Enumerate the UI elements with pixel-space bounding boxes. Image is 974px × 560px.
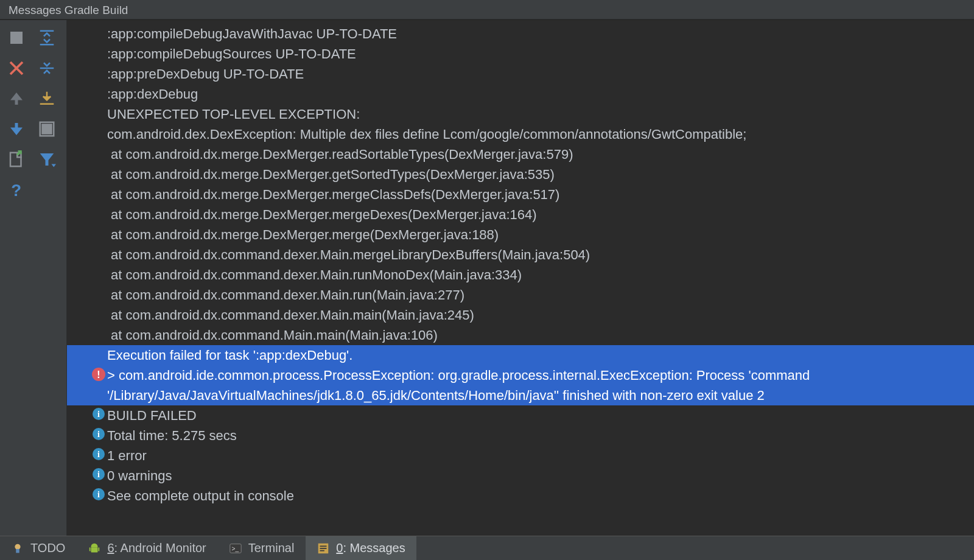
tab-android-monitor[interactable]: 6: Android Monitor <box>77 536 217 560</box>
svg-rect-8 <box>43 125 52 134</box>
svg-rect-0 <box>10 32 23 44</box>
info-line[interactable]: i BUILD FAILED <box>67 405 974 425</box>
selected-error-block[interactable]: Execution failed for task ':app:dexDebug… <box>67 345 974 405</box>
info-icon: i <box>93 428 105 440</box>
svg-text:>_: >_ <box>231 545 239 551</box>
panel-title: Messages Gradle Build <box>0 0 974 19</box>
filter-icon[interactable] <box>33 145 61 173</box>
info-line[interactable]: i See complete output in console <box>67 486 974 506</box>
output-line: at com.android.dx.merge.DexMerger.mergeD… <box>67 205 974 225</box>
output-line: at com.android.dx.command.Main.main(Main… <box>67 325 974 345</box>
svg-rect-16 <box>99 547 100 551</box>
selected-error-text: > com.android.ide.common.process.Process… <box>107 365 974 405</box>
svg-rect-15 <box>89 547 91 551</box>
output-line: UNEXPECTED TOP-LEVEL EXCEPTION: <box>67 104 974 124</box>
messages-toolbar: ? <box>0 20 67 536</box>
build-output[interactable]: :app:compileDebugJavaWithJavac UP-TO-DAT… <box>67 20 974 536</box>
output-line: at com.android.dx.merge.DexMerger.mergeC… <box>67 184 974 205</box>
show-source-icon[interactable] <box>2 145 30 173</box>
main-area: ? :app:compileDebugJavaWithJavac UP-TO-D… <box>0 19 974 536</box>
export-icon[interactable] <box>33 85 61 113</box>
tab-label: TODO <box>30 541 65 555</box>
output-line: at com.android.dx.command.dexer.Main.run… <box>67 285 974 305</box>
up-arrow-icon[interactable] <box>2 85 30 113</box>
bottom-toolbar: TODO 6: Android Monitor >_ Terminal 0: M… <box>0 536 974 560</box>
panel-title-text: Messages Gradle Build <box>9 4 128 17</box>
output-line: at com.android.dx.merge.DexMerger.readSo… <box>67 144 974 164</box>
svg-rect-14 <box>91 547 98 552</box>
info-icon: i <box>93 468 105 480</box>
tab-todo[interactable]: TODO <box>0 536 77 560</box>
output-line: :app:compileDebugSources UP-TO-DATE <box>67 44 974 64</box>
output-line: at com.android.dx.command.dexer.Main.run… <box>67 265 974 285</box>
svg-point-12 <box>15 544 20 549</box>
svg-marker-10 <box>52 164 57 167</box>
output-line: at com.android.dx.merge.DexMerger.merge(… <box>67 225 974 245</box>
svg-rect-13 <box>16 548 19 552</box>
todo-icon <box>11 542 24 555</box>
info-line[interactable]: i 0 warnings <box>67 466 974 486</box>
output-line: at com.android.dx.command.dexer.Main.mer… <box>67 245 974 265</box>
tab-messages[interactable]: 0: Messages <box>306 536 416 560</box>
expand-all-icon[interactable] <box>33 24 61 52</box>
collapse-all-icon[interactable] <box>33 54 61 82</box>
tab-terminal[interactable]: >_ Terminal <box>218 536 306 560</box>
output-line: :app:dexDebug <box>67 84 974 104</box>
output-line: :app:compileDebugJavaWithJavac UP-TO-DAT… <box>67 24 974 44</box>
output-line: at com.android.dx.merge.DexMerger.getSor… <box>67 164 974 184</box>
output-line: com.android.dex.DexException: Multiple d… <box>67 124 974 144</box>
terminal-icon: >_ <box>229 542 242 555</box>
info-icon: i <box>93 408 105 420</box>
help-icon[interactable]: ? <box>2 176 30 204</box>
android-icon <box>88 542 101 555</box>
output-line: :app:preDexDebug UP-TO-DATE <box>67 64 974 84</box>
close-icon[interactable] <box>2 54 30 82</box>
down-arrow-icon[interactable] <box>2 115 30 143</box>
svg-rect-9 <box>10 153 21 167</box>
info-line[interactable]: i Total time: 5.275 secs <box>67 425 974 446</box>
info-line[interactable]: i 1 error <box>67 446 974 466</box>
info-icon: i <box>93 488 105 500</box>
info-icon: i <box>93 448 105 460</box>
messages-icon <box>317 542 330 555</box>
autoscroll-icon[interactable] <box>33 115 61 143</box>
tab-label: Terminal <box>248 541 295 555</box>
svg-text:?: ? <box>11 181 21 199</box>
output-line: at com.android.dx.command.dexer.Main.mai… <box>67 305 974 325</box>
error-icon: ! <box>92 368 105 381</box>
selected-line: Execution failed for task ':app:dexDebug… <box>67 345 974 365</box>
stop-button[interactable] <box>2 24 30 52</box>
